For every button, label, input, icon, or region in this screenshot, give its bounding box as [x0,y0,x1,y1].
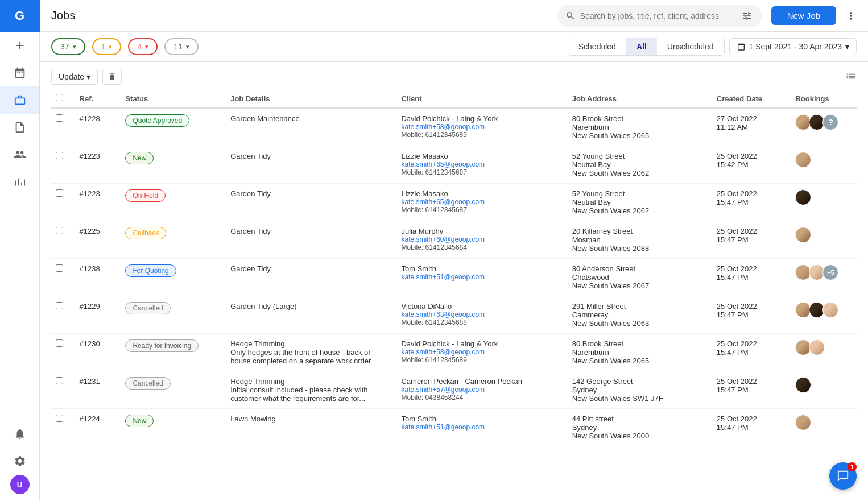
row-checkbox[interactable] [56,189,63,197]
cell-ref: #1225 [75,221,121,259]
sidebar-item-notifications[interactable] [0,420,39,448]
row-checkbox[interactable] [56,227,63,234]
row-checkbox[interactable] [56,377,63,384]
cell-bookings [791,334,857,371]
row-checkbox[interactable] [56,152,63,159]
filter-options-button[interactable] [739,9,754,23]
filter-yellow[interactable]: 1 ▾ [92,38,122,55]
date-range-text: 1 Sept 2021 - 30 Apr 2023 [749,42,842,51]
status-badge: New [125,152,154,164]
client-mobile: Mobile: 61412345687 [401,168,563,176]
more-options-button[interactable] [845,10,857,22]
table-header-row: Ref. Status Job Details Client Job Addre… [51,89,857,108]
address-line1: 20 Killarney Street [572,227,708,235]
cell-status: New [121,409,226,446]
cell-client: Lizzie Masako kate.smith+65@geoop.com Mo… [396,146,567,184]
address-line1: 80 Brook Street [572,114,708,123]
date-range-picker[interactable]: 1 Sept 2021 - 30 Apr 2023 ▾ [729,38,857,55]
status-badge: Callback [125,227,166,239]
sidebar-item-calendar[interactable] [0,59,39,86]
tab-all[interactable]: All [626,38,657,55]
cell-client: Cameron Peckan - Cameron Peckan kate.smi… [396,371,567,409]
date-line1: 25 Oct 2022 [717,339,787,348]
cell-job-details: Garden Tidy [226,221,396,259]
status-badge: For Quoting [125,264,176,277]
cell-ref: #1231 [75,371,121,409]
update-button[interactable]: Update ▾ [51,69,98,85]
document-icon [14,121,26,134]
address-line2: Neutral Bay [572,198,708,206]
date-line2: 15:42 PM [717,160,787,169]
chevron-date-icon: ▾ [845,42,849,51]
client-email: kate.smith+58@geoop.com [401,123,563,131]
trash-icon [108,72,117,81]
search-input[interactable] [580,11,735,20]
row-checkbox[interactable] [56,339,63,347]
cell-bookings: ? [791,108,857,146]
table-toolbar: Update ▾ [51,62,857,89]
client-mobile: Mobile: 0438458244 [401,394,563,401]
filter-red[interactable]: 4 ▾ [128,38,158,55]
booking-avatar [795,415,811,430]
list-view-button[interactable] [845,71,857,84]
header-ref: Ref. [75,89,121,108]
date-line1: 25 Oct 2022 [717,264,787,273]
client-name: Cameron Peckan - Cameron Peckan [401,377,563,386]
cell-bookings [791,371,857,409]
cell-address: 142 George Street Sydney New South Wales… [568,371,712,409]
chevron-down-icon-4: ▾ [186,43,189,51]
client-name: Victoria DiNallo [401,302,563,310]
cell-created-date: 25 Oct 2022 15:47 PM [712,334,791,371]
address-line1: 52 Young Street [572,152,708,160]
cell-status: For Quoting [121,259,226,296]
cell-address: 20 Killarney Street Mosman New South Wal… [568,221,712,259]
address-line3: New South Wales 2062 [572,169,708,177]
table-row: #1238For QuotingGarden Tidy Tom Smith ka… [51,259,857,296]
sidebar-item-settings[interactable] [0,448,39,475]
sidebar-item-add[interactable] [0,32,39,59]
filter-gray[interactable]: 11 ▾ [164,38,199,55]
tab-unscheduled[interactable]: Unscheduled [657,38,724,55]
client-email: kate.smith+51@geoop.com [401,273,563,281]
filter-green-count: 37 [60,42,69,51]
cell-ref: #1223 [75,184,121,221]
cell-bookings: +5 [791,259,857,296]
row-checkbox[interactable] [56,415,63,422]
cell-address: 44 Pitt street Sydney New South Wales 20… [568,409,712,446]
booking-avatar [809,339,825,355]
row-checkbox[interactable] [56,114,63,122]
chat-button[interactable]: 1 [829,462,857,490]
jobs-table: Ref. Status Job Details Client Job Addre… [51,89,857,446]
tab-scheduled[interactable]: Scheduled [568,38,626,55]
cell-client: Lizzie Masako kate.smith+65@geoop.com Mo… [396,184,567,221]
new-job-button[interactable]: New Job [771,6,836,25]
booking-avatar [795,152,811,168]
cell-bookings [791,184,857,221]
user-avatar[interactable]: U [10,475,30,494]
filter-green[interactable]: 37 ▾ [51,38,85,55]
booking-avatar [795,227,811,243]
cell-bookings [791,409,857,446]
cell-ref: #1228 [75,108,121,146]
header-created-date: Created Date [712,89,791,108]
date-line2: 15:47 PM [717,198,787,206]
filter-right-group: Scheduled All Unscheduled 1 Sept 2021 - … [568,38,857,56]
address-line3: New South Wales 2088 [572,244,708,252]
select-all-checkbox[interactable] [56,94,63,101]
client-email: kate.smith+57@geoop.com [401,386,563,394]
delete-button[interactable] [102,69,122,85]
row-checkbox[interactable] [56,264,63,272]
logo-letter: G [15,9,24,23]
date-line2: 15:47 PM [717,348,787,357]
header-job-address: Job Address [568,89,712,108]
address-line2: Chatswood [572,273,708,281]
cell-ref: #1224 [75,409,121,446]
address-line3: New South Wales 2067 [572,281,708,290]
sidebar-item-document[interactable] [0,114,39,141]
sidebar-item-users[interactable] [0,141,39,168]
cell-client: Tom Smith kate.smith+51@geoop.com [396,259,567,296]
sidebar-item-jobs[interactable] [0,86,39,114]
address-line1: 44 Pitt street [572,415,708,423]
row-checkbox[interactable] [56,302,63,309]
sidebar-item-reports[interactable] [0,168,39,196]
